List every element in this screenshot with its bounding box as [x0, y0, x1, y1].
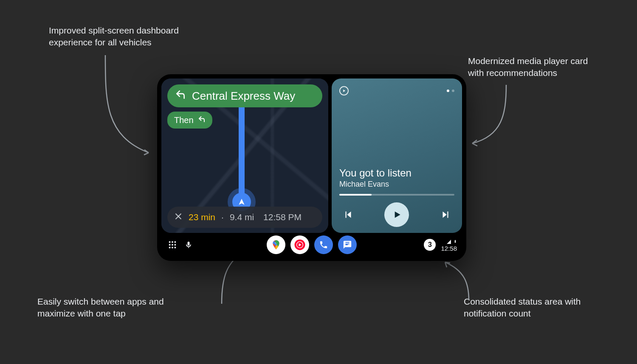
- direction-label: Central Express Way: [192, 90, 295, 103]
- svg-point-8: [174, 246, 176, 248]
- route-line: [239, 95, 245, 196]
- device-frame: Central Express Way Then 23: [157, 74, 466, 261]
- then-label: Then: [174, 115, 194, 125]
- media-controls: [339, 202, 454, 227]
- play-button[interactable]: [384, 202, 409, 227]
- split-container: Central Express Way Then 23: [161, 78, 462, 233]
- svg-point-2: [174, 241, 176, 243]
- track-title: You got to listen: [339, 167, 454, 179]
- navigation-arrow-icon: [237, 198, 246, 206]
- svg-point-1: [172, 241, 173, 243]
- annotation-splitscreen: Improved split-screen dashboard experien…: [49, 25, 193, 49]
- arrow-splitscreen: [98, 51, 166, 161]
- direction-banner[interactable]: Central Express Way: [167, 84, 322, 107]
- eta-duration: 23 min: [189, 212, 215, 222]
- progress-fill: [339, 194, 372, 196]
- svg-point-4: [172, 244, 173, 246]
- notification-count-badge[interactable]: 3: [424, 239, 436, 251]
- separator-dot: ·: [221, 212, 224, 222]
- next-step-pill[interactable]: Then: [167, 112, 212, 129]
- battery-icon: [454, 238, 457, 244]
- progress-bar[interactable]: [339, 194, 454, 196]
- arrow-status: [435, 258, 477, 305]
- page-dot-active: [447, 90, 449, 92]
- close-icon[interactable]: [174, 211, 183, 223]
- navigation-card[interactable]: Central Express Way Then 23: [161, 78, 328, 233]
- status-icons: [446, 238, 457, 244]
- messages-app-button[interactable]: [338, 235, 357, 254]
- arrow-media: [464, 81, 515, 153]
- eta-distance: 9.4 mi: [230, 212, 254, 222]
- skip-next-button[interactable]: [439, 208, 452, 221]
- maps-app-button[interactable]: [267, 235, 285, 254]
- app-launcher-button[interactable]: [166, 239, 178, 251]
- svg-point-5: [174, 244, 176, 246]
- svg-point-6: [169, 246, 171, 248]
- turn-left-icon: [175, 89, 186, 103]
- media-source-icon[interactable]: [339, 86, 349, 95]
- skip-previous-button[interactable]: [342, 208, 355, 221]
- svg-point-0: [169, 241, 171, 243]
- media-player-card[interactable]: You got to listen Michael Evans: [332, 78, 462, 233]
- page-indicator[interactable]: [447, 90, 454, 92]
- dock-app-row: [267, 235, 357, 254]
- eta-arrival-time: 12:58 PM: [263, 212, 302, 222]
- signal-icon: [446, 239, 452, 244]
- status-area[interactable]: 3 12:58: [424, 238, 457, 252]
- page-dot: [452, 90, 454, 92]
- youtube-music-app-button[interactable]: [290, 235, 309, 254]
- annotation-apps: Easily switch between apps and maximize …: [37, 296, 178, 320]
- annotation-status: Consolidated status area with notificati…: [464, 296, 595, 320]
- svg-point-7: [172, 246, 173, 248]
- eta-bar[interactable]: 23 min · 9.4 mi 12:58 PM: [167, 207, 322, 228]
- turn-left-icon: [198, 115, 206, 125]
- dock-bar: 3 12:58: [161, 233, 462, 257]
- svg-point-3: [169, 244, 171, 246]
- annotation-media: Modernized media player card with recomm…: [468, 55, 600, 79]
- phone-app-button[interactable]: [314, 235, 333, 254]
- voice-assistant-button[interactable]: [183, 239, 194, 251]
- status-clock: 12:58: [441, 245, 457, 252]
- track-artist: Michael Evans: [339, 180, 454, 189]
